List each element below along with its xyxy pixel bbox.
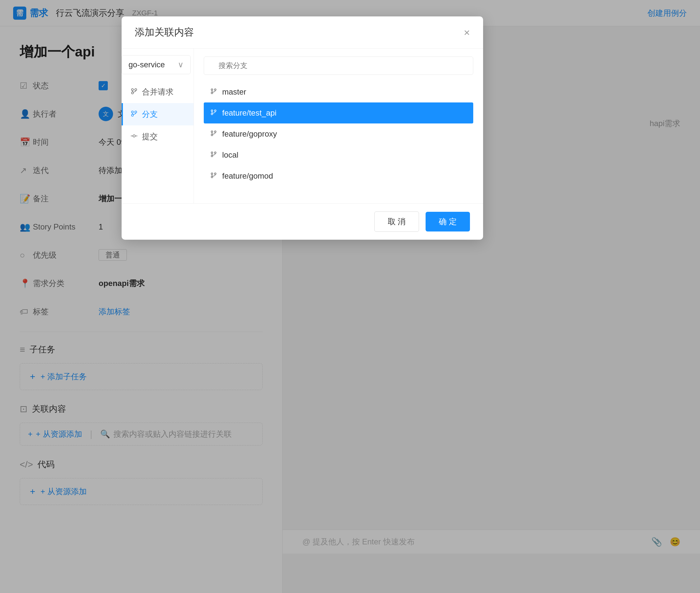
svg-point-22 — [215, 173, 216, 175]
chevron-down-icon: ∨ — [178, 60, 184, 69]
svg-point-19 — [215, 152, 216, 154]
branch-item-feature-gomod-name: feature/gomod — [222, 171, 273, 181]
confirm-button[interactable]: 确 定 — [426, 212, 470, 232]
branch-item-feature-goproxy-icon — [210, 129, 217, 139]
modal-body: go-service ∨ — [121, 49, 483, 203]
cancel-button[interactable]: 取 消 — [374, 211, 419, 232]
branch-item-local[interactable]: local — [204, 145, 473, 165]
modal-sidebar: go-service ∨ — [121, 49, 194, 203]
merge-icon — [131, 87, 137, 96]
svg-point-15 — [211, 131, 213, 133]
svg-point-4 — [135, 111, 137, 113]
svg-point-3 — [132, 111, 134, 113]
svg-point-18 — [211, 152, 213, 154]
commit-icon — [131, 132, 137, 141]
sidebar-item-commit-label: 提交 — [142, 131, 158, 142]
svg-point-10 — [215, 89, 216, 91]
sidebar-item-commit[interactable]: 提交 — [121, 125, 193, 148]
branch-item-feature-test-api[interactable]: feature/test_api — [204, 103, 473, 123]
branch-item-feature-test-api-icon — [210, 108, 217, 118]
svg-point-6 — [133, 135, 136, 137]
svg-point-16 — [215, 131, 216, 133]
svg-point-13 — [215, 110, 216, 112]
modal-search-input[interactable] — [204, 56, 473, 75]
sidebar-item-branch-label: 分支 — [142, 109, 158, 120]
repo-name: go-service — [128, 60, 165, 69]
search-wrapper: 🔍 — [204, 56, 473, 78]
svg-point-9 — [211, 89, 213, 91]
branch-item-master-name: master — [222, 87, 246, 96]
modal-overlay: 添加关联内容 × go-service ∨ — [0, 0, 700, 593]
branch-list: master — [204, 81, 473, 187]
branch-item-master-icon — [210, 87, 217, 96]
branch-item-feature-test-api-name: feature/test_api — [222, 108, 277, 118]
svg-point-1 — [135, 89, 137, 91]
modal-footer: 取 消 确 定 — [121, 203, 483, 240]
branch-item-feature-gomod[interactable]: feature/gomod — [204, 165, 473, 187]
branch-item-feature-gomod-icon — [210, 171, 217, 181]
branch-item-local-name: local — [222, 150, 238, 160]
modal-title: 添加关联内容 — [135, 26, 194, 39]
close-icon[interactable]: × — [464, 27, 470, 38]
svg-point-12 — [211, 110, 213, 112]
repo-selector[interactable]: go-service ∨ — [121, 55, 191, 74]
modal-header: 添加关联内容 × — [121, 16, 483, 49]
branch-item-master[interactable]: master — [204, 81, 473, 103]
modal: 添加关联内容 × go-service ∨ — [121, 16, 483, 240]
branch-item-feature-goproxy[interactable]: feature/goproxy — [204, 123, 473, 145]
branch-item-feature-goproxy-name: feature/goproxy — [222, 129, 277, 139]
svg-point-21 — [211, 173, 213, 175]
modal-content: 🔍 — [194, 49, 483, 203]
sidebar-item-merge[interactable]: 合并请求 — [121, 81, 193, 103]
branch-item-local-icon — [210, 150, 217, 160]
sidebar-item-branch[interactable]: 分支 — [121, 103, 193, 125]
sidebar-item-merge-label: 合并请求 — [142, 87, 174, 97]
branch-icon — [131, 110, 137, 119]
svg-point-0 — [132, 89, 134, 91]
